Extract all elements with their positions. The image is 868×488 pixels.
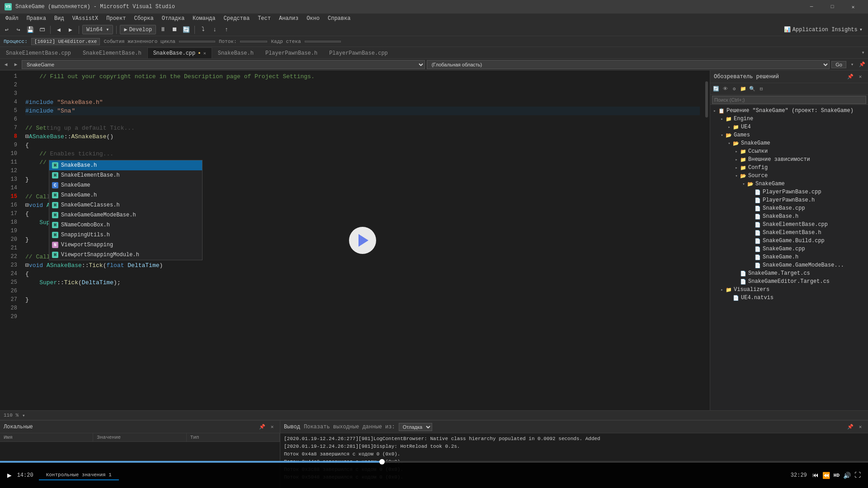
tree-snakegame-source[interactable]: ▾ 📂 SnakeGame bbox=[710, 180, 868, 188]
menu-edit[interactable]: Правка bbox=[23, 14, 50, 23]
close-button[interactable]: ✕ bbox=[843, 0, 863, 14]
tree-external-deps[interactable]: ▸ 📁 Внешние зависимости bbox=[710, 155, 868, 164]
configuration-select[interactable]: Win64 ▾ bbox=[82, 25, 113, 34]
sol-tb-props[interactable]: ⚙ bbox=[730, 85, 738, 93]
tb-restart[interactable]: 🔄 bbox=[181, 25, 191, 35]
tree-file-playerpawnbase-cpp[interactable]: ▸ 📄 PlayerPawnBase.cpp bbox=[710, 188, 868, 196]
tree-file-snakegame-h[interactable]: ▸ 📄 SnakeGame.h bbox=[710, 253, 868, 261]
output-pin-btn[interactable]: 📌 bbox=[846, 423, 854, 431]
locals-close-btn[interactable]: ✕ bbox=[268, 423, 276, 431]
tree-games[interactable]: ▾ 📂 Games bbox=[710, 131, 868, 139]
ac-item-snakegameclasses-h[interactable]: H SnakeGameClasses.h bbox=[49, 200, 202, 210]
video-progress-bar[interactable] bbox=[0, 461, 868, 463]
ac-item-snakeelementbase-h[interactable]: H SnakeElementBase.h bbox=[49, 170, 202, 180]
nav-back[interactable]: ◀ bbox=[2, 61, 10, 69]
tab-playerpawnbase-cpp[interactable]: PlayerPawnBase.cpp bbox=[323, 47, 394, 58]
vtab-control-values[interactable]: Контрольные значения 1 bbox=[39, 470, 119, 480]
ac-item-snakegamegamemodebase-h[interactable]: H SnakeGameGameModeBase.h bbox=[49, 210, 202, 220]
tb-save[interactable]: 💾 bbox=[25, 25, 35, 35]
thread-combo[interactable] bbox=[240, 41, 267, 42]
tree-file-snakegameeditortarget[interactable]: ▸ 📄 SnakeGameEditor.Target.cs bbox=[710, 277, 868, 286]
sol-tb-show-all[interactable]: 📁 bbox=[739, 85, 747, 93]
tb-save-all[interactable]: 🗃 bbox=[37, 25, 47, 35]
code-text[interactable]: // Fill out your copyright notice in the… bbox=[22, 70, 703, 410]
maximize-button[interactable]: □ bbox=[822, 0, 843, 14]
tb-pause[interactable]: ⏸ bbox=[158, 25, 168, 35]
ac-item-snakegame[interactable]: C SnakeGame bbox=[49, 180, 202, 190]
tab-snakeelementbase-h[interactable]: SnakeElementBase.h bbox=[77, 47, 147, 58]
output-close-btn[interactable]: ✕ bbox=[856, 423, 864, 431]
tree-file-snakegame-cpp[interactable]: ▸ 📄 SnakeGame.cpp bbox=[710, 245, 868, 253]
output-source-select[interactable]: Отладка bbox=[399, 423, 432, 431]
tb-stop[interactable]: ⏹ bbox=[170, 25, 179, 35]
nav-pin[interactable]: 📌 bbox=[858, 61, 866, 69]
app-insights-chevron[interactable]: ▾ bbox=[859, 26, 863, 33]
tree-file-snakebase-cpp[interactable]: ▸ 📄 SnakeBase.cpp bbox=[710, 204, 868, 212]
ac-item-viewportsnapping[interactable]: N ViewportSnapping bbox=[49, 240, 202, 250]
solution-pin-btn[interactable]: 📌 bbox=[846, 73, 854, 81]
menu-window[interactable]: Окно bbox=[303, 14, 323, 23]
tb-undo[interactable]: ↩ bbox=[2, 25, 12, 35]
tab-playerpawnbase-h[interactable]: PlayerPawnBase.h bbox=[259, 47, 323, 58]
tb-step-over[interactable]: ⤵ bbox=[198, 25, 208, 35]
autocomplete-dropdown[interactable]: H SnakeBase.h H SnakeElementBase.h C Sna… bbox=[49, 160, 203, 260]
editor-scrollbar[interactable] bbox=[703, 70, 710, 410]
nav-forward[interactable]: ▶ bbox=[12, 61, 20, 69]
ac-item-viewportsnappingmodule-h[interactable]: H ViewportSnappingModule.h bbox=[49, 250, 202, 260]
tab-snakeelementbase-cpp[interactable]: SnakeElementBase.cpp bbox=[0, 47, 77, 58]
frames-combo[interactable] bbox=[305, 41, 341, 42]
tb-redo[interactable]: ↪ bbox=[14, 25, 24, 35]
sol-tb-filter[interactable]: 🔍 bbox=[748, 85, 756, 93]
video-progress-dot[interactable] bbox=[379, 459, 385, 465]
tree-file-ue4natvis[interactable]: ▸ 📄 UE4.natvis bbox=[710, 294, 868, 302]
tree-snakegame-proj[interactable]: ▾ 📂 SnakeGame bbox=[710, 139, 868, 147]
tb-back[interactable]: ◀ bbox=[54, 25, 64, 35]
tab-snakebase-cpp[interactable]: SnakeBase.cpp ● ✕ bbox=[147, 47, 212, 58]
tree-links[interactable]: ▸ 📁 Ссылки bbox=[710, 147, 868, 155]
solution-search-input[interactable] bbox=[712, 96, 866, 104]
tab-snakebase-h[interactable]: SnakeBase.h bbox=[212, 47, 259, 58]
menu-vassistx[interactable]: VAssistX bbox=[69, 14, 102, 23]
video-rewind-button[interactable]: ⏪ bbox=[822, 472, 830, 479]
solution-close-btn[interactable]: ✕ bbox=[856, 73, 864, 81]
menu-project[interactable]: Проект bbox=[103, 14, 129, 23]
ac-item-snamecombobox-h[interactable]: H SNameComboBox.h bbox=[49, 220, 202, 230]
menu-build[interactable]: Сборка bbox=[130, 14, 157, 23]
sol-tb-collapse[interactable]: ⊟ bbox=[757, 85, 765, 93]
tree-source[interactable]: ▾ 📂 Source bbox=[710, 172, 868, 180]
menu-file[interactable]: Файл bbox=[2, 14, 22, 23]
ac-item-snakebase-h[interactable]: H SnakeBase.h bbox=[49, 160, 202, 170]
tree-root[interactable]: ▸ 📋 Решение "SnakeGame" (проект: SnakeGa… bbox=[710, 107, 868, 115]
video-hd-button[interactable]: HD bbox=[834, 473, 840, 478]
tree-file-snakegamegamemodebase-cpp[interactable]: ▸ 📄 SnakeGame.GameModeBase... bbox=[710, 261, 868, 269]
menu-test[interactable]: Тест bbox=[254, 14, 274, 23]
video-play-button[interactable]: ▶ bbox=[7, 471, 12, 480]
scrollbar-thumb[interactable] bbox=[705, 81, 708, 117]
menu-help[interactable]: Справка bbox=[324, 14, 354, 23]
tree-engine[interactable]: ▸ 📁 Engine bbox=[710, 115, 868, 123]
method-combo[interactable]: (Глобальная область) bbox=[427, 60, 830, 69]
nav-go-button[interactable]: Go bbox=[831, 61, 846, 68]
video-volume-button[interactable]: 🔊 bbox=[843, 472, 851, 479]
tree-file-snakegamebuild[interactable]: ▸ 📄 SnakeGame.Build.cpp bbox=[710, 237, 868, 245]
minimize-button[interactable]: ─ bbox=[801, 0, 822, 14]
tab-overflow-button[interactable]: ▾ bbox=[858, 47, 868, 58]
video-fullscreen-button[interactable]: ⛶ bbox=[854, 472, 861, 479]
menu-tools[interactable]: Средства bbox=[220, 14, 254, 23]
nav-expand[interactable]: ▾ bbox=[848, 61, 856, 69]
class-combo[interactable]: SnakeGame bbox=[22, 60, 425, 69]
menu-debug[interactable]: Отладка bbox=[158, 14, 188, 23]
menu-team[interactable]: Команда bbox=[189, 14, 219, 23]
sol-tb-view[interactable]: 👁 bbox=[721, 85, 729, 93]
ac-item-snakegame-h[interactable]: H SnakeGame.h bbox=[49, 190, 202, 200]
menu-analyze[interactable]: Анализ bbox=[275, 14, 302, 23]
ac-item-snappingutils-h[interactable]: H SnappingUtils.h bbox=[49, 230, 202, 240]
tree-ue4[interactable]: ▸ 📁 UE4 bbox=[710, 123, 868, 131]
menu-view[interactable]: Вид bbox=[51, 14, 68, 23]
tree-config[interactable]: ▸ 📁 Config bbox=[710, 164, 868, 172]
process-value[interactable]: [16912] UE4Editor.exe bbox=[31, 38, 100, 45]
video-prev-button[interactable]: ⏮ bbox=[812, 472, 819, 479]
tb-step-into[interactable]: ↓ bbox=[210, 25, 220, 35]
tree-visualizers[interactable]: ▸ 📁 Visualizers bbox=[710, 286, 868, 294]
events-combo[interactable] bbox=[179, 41, 215, 42]
